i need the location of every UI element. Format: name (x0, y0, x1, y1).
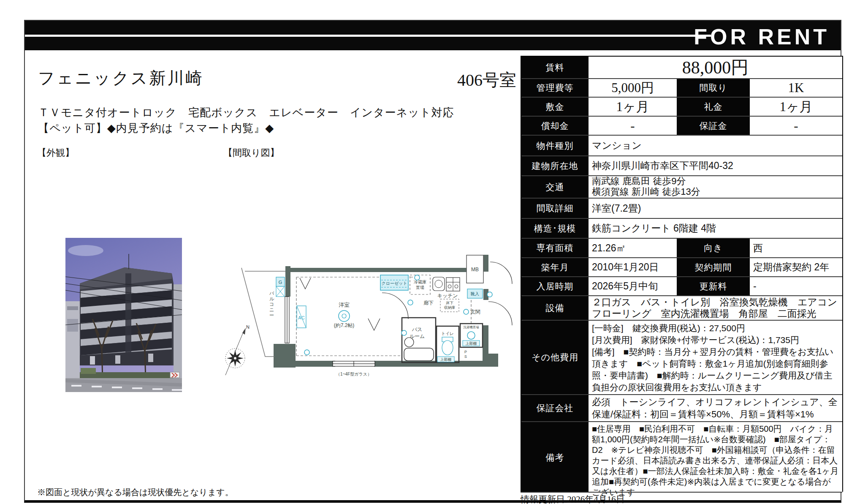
property-type-label: 物件種別 (521, 136, 589, 155)
rental-flyer: FOR RENT フェニックス新川崎 406号室 ＴＶモニタ付オートロック 宅配… (0, 0, 868, 504)
other-costs-line2: [月次費用] 家財保険+付帯サービス(税込)：1,735円 (592, 334, 839, 346)
structure-label: 構造･規模 (521, 219, 589, 238)
move-in-value: 2026年5月中旬 (589, 277, 677, 295)
cloud (68, 245, 103, 256)
floorplan-drawing: バルコニー （1~4F型ガラス） MB クローゼ (220, 252, 523, 392)
layout-label: 間取り (677, 79, 750, 97)
property-title: フェニックス新川崎 (38, 67, 203, 90)
built-date-label: 築年月 (521, 258, 589, 276)
compass: N (225, 324, 250, 375)
facing-label: 向き (677, 239, 750, 257)
table-row: 建物所在地 神奈川県川崎市幸区下平間40-32 (521, 156, 842, 176)
entrance-label: 玄関 (470, 309, 480, 315)
table-row: 管理費等 5,000円 間取り 1K (521, 79, 842, 98)
features-line1: ＴＶモニタ付オートロック 宅配ボックス エレベーター インターネット対応 (38, 105, 454, 120)
header-stripe (25, 35, 711, 37)
equipment-text: ２口ガス バス・トイレ別 浴室換気乾燥機 エアコン フローリング 室内洗濯機置場… (589, 295, 842, 321)
deposit-value: 1ヶ月 (589, 98, 677, 116)
balcony-label: バルコニー (269, 291, 274, 318)
mb-label: MB (471, 267, 479, 272)
stove-icon (446, 278, 460, 291)
table-row: 構造･規模 鉄筋コンクリート 6階建 4階 (521, 219, 842, 239)
rent-value: 88,000円 (589, 57, 842, 78)
features-line2: 【ペット可】◆内見予約は『スマート内覧』◆ (38, 121, 274, 136)
exterior-label: 【外観】 (37, 147, 74, 159)
contract-period-value: 定期借家契約 2年 (750, 258, 842, 276)
equipment-label: 設備 (521, 296, 589, 320)
transport-line1: 南武線 鹿島田 徒歩9分 (592, 176, 700, 186)
light-icon-entrance (464, 309, 469, 314)
fridge-label: 冷蔵庫 (414, 280, 426, 284)
table-row: 保証会社 必須 トーシンライフ、オリコフォレントインシュア、全保連/保証料：初回… (521, 395, 842, 422)
floorplan-label: 【間取り図】 (223, 147, 279, 159)
remarks-label: 備考 (521, 422, 589, 493)
table-row: 入居時期 2026年5月中旬 更新料 - (521, 277, 842, 296)
move-in-label: 入居時期 (521, 277, 589, 295)
table-row: 専有面積 21.26㎡ 向き 西 (521, 239, 842, 258)
table-row: 敷金 1ヶ月 礼金 1ヶ月 (521, 98, 842, 117)
upper-shelf-label2: 上部棚 (466, 341, 477, 346)
equipment-value: ２口ガス バス・トイレ別 浴室換気乾燥機 エアコン フローリング 室内洗濯機置場… (589, 296, 842, 320)
layout-detail-value: 洋室(7.2畳) (589, 199, 842, 218)
info-updated-date: 情報更新日 2026年4月16日 (521, 492, 842, 503)
ceiling-light-icon (339, 311, 350, 321)
guarantor-company-text: 必須 トーシンライフ、オリコフォレントインシュア、全保連/保証料：初回＝賃料等×… (589, 394, 842, 422)
management-fee-label: 管理費等 (521, 79, 589, 97)
ac-label: AC (298, 315, 304, 320)
rent-label: 賃料 (521, 57, 589, 78)
room-label: 洋室 (339, 302, 350, 308)
table-row: 設備 ２口ガス バス・トイレ別 浴室換気乾燥機 エアコン フローリング 室内洗濯… (521, 296, 842, 321)
guarantee-money-value: - (750, 117, 842, 135)
room-number: 406号室 (457, 68, 516, 92)
other-costs-label: その他費用 (521, 321, 589, 394)
spec-table: 賃料 88,000円 管理費等 5,000円 間取り 1K 敷金 1ヶ月 礼金 … (521, 56, 843, 492)
neighbor-building-left (65, 301, 80, 379)
guarantor-company-label: 保証会社 (521, 395, 589, 421)
transport-line2: 横須賀線 新川崎 徒歩13分 (592, 186, 700, 197)
kitchen-label: キッチン (437, 293, 458, 299)
for-rent-title: FOR RENT (694, 24, 830, 49)
ps-label: PS (464, 350, 467, 359)
room-size-label: (約7.2帖) (334, 322, 355, 328)
management-fee-value: 5,000円 (589, 79, 677, 97)
contract-period-label: 契約期間 (677, 258, 750, 276)
facing-value: 西 (750, 239, 842, 257)
g-label: G (279, 280, 282, 285)
toilet-icon (442, 337, 453, 355)
hallway-label: 廊下 (423, 300, 434, 306)
header-band: FOR RENT (25, 21, 841, 50)
exterior-photo (65, 238, 182, 392)
renewal-fee-value: - (750, 277, 842, 295)
area-value: 21.26㎡ (589, 239, 677, 257)
traffic-sign (170, 372, 179, 378)
remarks-value: ■住居専用 ■民泊利用不可 ■自転車：月額500円 バイク：月額1,000円(契… (589, 422, 842, 493)
address-value: 神奈川県川崎市幸区下平間40-32 (589, 156, 842, 175)
table-row: 築年月 2010年1月20日 契約期間 定期借家契約 2年 (521, 258, 842, 277)
fridge-space (410, 275, 430, 294)
toilet-label: トイレ (441, 331, 454, 336)
other-costs-line1: [一時金] 鍵交換費用(税込)：27,500円 (592, 322, 839, 334)
kitchen-sink-icon (433, 277, 445, 291)
other-costs-line3: [備考] ■契約時：当月分＋翌月分の賃料・管理費をお支払い頂きます ■ペット飼育… (592, 346, 839, 393)
fridge-label2: 置場 (416, 285, 424, 290)
address-label: 建物所在地 (521, 156, 589, 175)
area-label: 専有面積 (521, 239, 589, 257)
table-row: 償却金 - 保証金 - (521, 117, 842, 136)
layout-value: 1K (750, 79, 842, 97)
deposit-label: 敷金 (521, 98, 589, 116)
washbasin-icon (404, 338, 414, 347)
property-type-value: マンション (589, 136, 842, 155)
key-money-value: 1ヶ月 (750, 98, 842, 116)
guarantee-money-label: 保証金 (677, 117, 750, 135)
washer-label: 洗濯機置場 (463, 325, 479, 329)
glass-note: （1~4F型ガラス） (336, 372, 372, 376)
built-date-value: 2010年1月20日 (589, 258, 677, 276)
road (65, 378, 182, 392)
shoebox-label: 靴入 (470, 292, 479, 296)
other-costs-value: [一時金] 鍵交換費用(税込)：27,500円 [月次費用] 家財保険+付帯サー… (589, 321, 842, 394)
table-row: 間取詳細 洋室(7.2畳) (521, 199, 842, 219)
table-row: 交通 南武線 鹿島田 徒歩9分 横須賀線 新川崎 徒歩13分 (521, 176, 842, 199)
remarks-text: ■住居専用 ■民泊利用不可 ■自転車：月額500円 バイク：月額1,000円(契… (589, 422, 842, 499)
underfloor-label: 床下 (446, 301, 453, 305)
renewal-fee-label: 更新料 (677, 277, 750, 295)
